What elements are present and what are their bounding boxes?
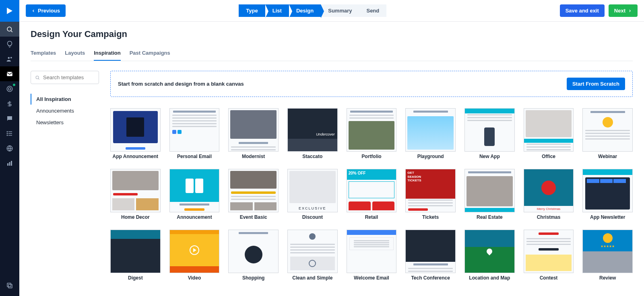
- template-card-playground[interactable]: Playground: [405, 108, 456, 159]
- globe-icon[interactable]: [0, 141, 19, 156]
- template-card-homedecor[interactable]: Home Decor: [110, 169, 161, 220]
- chevron-left-icon: [31, 9, 35, 13]
- template-thumb: [582, 169, 633, 212]
- template-card-app-ann[interactable]: App Announcement: [110, 108, 161, 159]
- list-icon[interactable]: [0, 126, 19, 141]
- template-card-office[interactable]: Office: [524, 108, 574, 159]
- step-summary[interactable]: Summary: [321, 4, 359, 17]
- status-dot: [13, 84, 15, 86]
- template-label: Christmas: [537, 214, 561, 220]
- category-all-inspiration[interactable]: All Inspiration: [31, 94, 99, 105]
- template-card-shopping[interactable]: Shopping: [228, 230, 279, 281]
- svg-point-2: [8, 57, 10, 59]
- svg-line-1: [11, 31, 12, 32]
- template-label: Tech Conference: [411, 275, 450, 281]
- template-card-clean[interactable]: Clean and Simple: [287, 230, 338, 281]
- previous-button[interactable]: Previous: [26, 4, 66, 17]
- template-thumb: [228, 108, 279, 152]
- template-card-video[interactable]: Video: [169, 230, 220, 281]
- template-label: App Announcement: [113, 154, 159, 159]
- logo-glyph: [7, 8, 12, 14]
- scratch-banner: Start from scratch and design from a bla…: [110, 71, 633, 97]
- template-card-webinar[interactable]: Webinar: [582, 108, 633, 159]
- bar-chart-icon[interactable]: [0, 156, 19, 171]
- template-card-retail[interactable]: 20% OFFRetail: [347, 169, 397, 220]
- template-thumb: [110, 108, 161, 152]
- step-send[interactable]: Send: [359, 4, 386, 17]
- template-label: Playground: [417, 154, 444, 159]
- svg-point-3: [10, 57, 12, 58]
- start-from-scratch-button[interactable]: Start From Scratch: [567, 78, 625, 90]
- template-thumb: [228, 230, 279, 273]
- template-card-portfolio[interactable]: Portfolio: [347, 108, 397, 159]
- template-card-personal[interactable]: Personal Email: [169, 108, 220, 159]
- template-label: Digest: [128, 275, 143, 281]
- app-logo[interactable]: [0, 0, 19, 22]
- search-icon[interactable]: [0, 22, 19, 37]
- tab-templates[interactable]: Templates: [31, 47, 56, 61]
- deal-icon[interactable]: [0, 81, 19, 96]
- template-thumb: [169, 108, 220, 152]
- template-card-tech[interactable]: Tech Conference: [405, 230, 456, 281]
- template-card-discount[interactable]: EXCLUSIVEDiscount: [287, 169, 338, 220]
- copy-icon[interactable]: [0, 278, 19, 293]
- step-list[interactable]: List: [265, 4, 289, 17]
- previous-label: Previous: [38, 8, 60, 14]
- template-card-contest[interactable]: Contest: [524, 230, 574, 281]
- scratch-button-label: Start From Scratch: [572, 81, 619, 87]
- category-announcements[interactable]: Announcements: [31, 105, 99, 116]
- template-label: Review: [599, 275, 616, 281]
- template-card-welcome[interactable]: Welcome Email: [347, 230, 397, 281]
- template-label: Discount: [302, 214, 323, 220]
- svg-point-11: [7, 133, 8, 134]
- mail-icon[interactable]: [0, 66, 19, 81]
- template-card-review[interactable]: ★★★★★Review: [582, 230, 633, 281]
- template-label: Video: [188, 275, 201, 281]
- step-design[interactable]: Design: [289, 4, 321, 17]
- next-button[interactable]: Next: [609, 4, 638, 17]
- template-card-digest[interactable]: Digest: [110, 230, 161, 281]
- svg-line-20: [38, 78, 39, 79]
- template-label: Welcome Email: [354, 275, 389, 281]
- idea-icon[interactable]: [0, 37, 19, 51]
- tab-layouts[interactable]: Layouts: [65, 47, 85, 61]
- save-and-exit-button[interactable]: Save and exit: [560, 4, 605, 17]
- template-label: Announcement: [177, 214, 212, 220]
- tab-past-campaigns[interactable]: Past Campaigns: [130, 47, 170, 61]
- template-thumb: [464, 230, 515, 273]
- template-card-staccato[interactable]: UndercoverStaccato: [287, 108, 338, 159]
- template-label: New App: [479, 154, 500, 159]
- template-thumb: ★★★★★: [582, 230, 633, 273]
- template-label: Webinar: [598, 154, 617, 159]
- search-input[interactable]: [43, 74, 95, 80]
- template-thumb: [110, 169, 161, 212]
- step-nav: TypeListDesignSummarySend: [239, 4, 386, 17]
- template-card-announcement[interactable]: Announcement: [169, 169, 220, 220]
- template-card-modernist[interactable]: Modernist: [228, 108, 279, 159]
- template-thumb: [405, 230, 456, 273]
- template-grid: App AnnouncementPersonal EmailModernistU…: [110, 108, 633, 281]
- template-card-newapp[interactable]: New App: [464, 108, 515, 159]
- category-newsletters[interactable]: Newsletters: [31, 117, 99, 128]
- search-box[interactable]: [31, 71, 99, 84]
- svg-rect-17: [8, 284, 12, 288]
- template-thumb: [110, 230, 161, 273]
- money-icon[interactable]: [0, 96, 19, 111]
- template-card-tickets[interactable]: GETSEASONTICKETSTickets: [405, 169, 456, 220]
- svg-point-10: [7, 131, 8, 132]
- template-label: Location and Map: [469, 275, 510, 281]
- svg-rect-18: [7, 283, 11, 287]
- template-card-christmas[interactable]: Merry ChristmasChristmas: [524, 169, 574, 220]
- template-card-realestate[interactable]: Real Estate: [464, 169, 515, 220]
- template-card-map[interactable]: Location and Map: [464, 230, 515, 281]
- contacts-icon[interactable]: [0, 51, 19, 66]
- template-thumb: [464, 108, 515, 152]
- tab-inspiration[interactable]: Inspiration: [94, 47, 120, 61]
- step-type[interactable]: Type: [239, 4, 265, 17]
- chat-icon[interactable]: [0, 111, 19, 126]
- template-card-appnews[interactable]: App Newsletter: [582, 169, 633, 220]
- template-label: Clean and Simple: [292, 275, 332, 281]
- svg-point-19: [36, 76, 39, 78]
- template-card-event[interactable]: Event Basic: [228, 169, 279, 220]
- template-thumb: [347, 108, 397, 152]
